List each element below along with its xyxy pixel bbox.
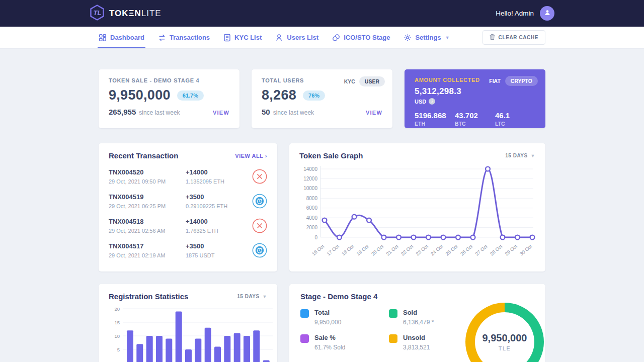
tab-kyc-list[interactable]: KYC List xyxy=(223,27,262,48)
tab-transactions[interactable]: Transactions xyxy=(158,27,210,48)
svg-text:10000: 10000 xyxy=(303,186,317,191)
tab-settings[interactable]: Settings ▼ xyxy=(404,27,449,48)
toggle-user[interactable]: USER xyxy=(359,76,385,86)
total-users-percent-badge: 76% xyxy=(303,90,325,101)
total-users-card: TOTAL USERS KYC USER 8,268 76% 50since l… xyxy=(252,69,392,128)
token-sale-card: TOKEN SALE - DEMO STAGE 4 9,950,000 61.7… xyxy=(99,69,239,128)
svg-text:12000: 12000 xyxy=(303,176,317,182)
stage-legend: Total9,950,000 Sold6,136,479 * Sale %61.… xyxy=(300,309,465,351)
toggle-kyc[interactable]: KYC xyxy=(344,78,355,84)
svg-text:22 Oct: 22 Oct xyxy=(400,243,415,257)
token-sale-graph-title: Token Sale Graph xyxy=(299,151,363,160)
legend-swatch-total xyxy=(300,309,309,318)
svg-text:26 Oct: 26 Oct xyxy=(459,243,474,257)
legend-swatch-sale-percent xyxy=(300,334,309,343)
svg-text:4000: 4000 xyxy=(306,215,318,221)
brand-hexagon-icon: TL xyxy=(90,5,105,23)
svg-text:24 Oct: 24 Oct xyxy=(430,243,444,257)
total-users-delta: 50 xyxy=(262,108,270,116)
svg-text:19 Oct: 19 Oct xyxy=(355,243,370,257)
token-sale-delta: 265,955 xyxy=(109,108,136,116)
svg-text:14000: 14000 xyxy=(303,166,317,172)
stage-card: Stage - Demo Stage 4 Total9,950,000 Sold… xyxy=(289,284,545,362)
legend-swatch-sold xyxy=(389,309,397,318)
svg-text:6000: 6000 xyxy=(306,205,318,211)
range-dropdown[interactable]: 15 DAYS▼ xyxy=(237,294,267,299)
svg-text:18 Oct: 18 Oct xyxy=(341,243,355,257)
coins-icon xyxy=(332,34,340,42)
cancel-status-icon[interactable] xyxy=(252,218,267,233)
legend-sold: Sold6,136,479 * xyxy=(389,309,465,326)
token-sale-chart: 0200040006000800010000120001400016 Oct17… xyxy=(299,163,535,265)
donut-center-unit: TLE xyxy=(499,345,511,351)
svg-text:20: 20 xyxy=(114,306,120,312)
amount-currency: USD xyxy=(415,99,426,105)
toggle-fiat[interactable]: FIAT xyxy=(489,78,501,84)
registration-chart: 0510152016 Oct17 Oct18 Oct19 Oct20 Oct21… xyxy=(109,304,267,362)
user-icon xyxy=(275,34,283,42)
svg-text:16 Oct: 16 Oct xyxy=(311,243,326,257)
crypto-btc: 43.702 BTC xyxy=(455,111,495,127)
range-dropdown[interactable]: 15 DAYS▼ xyxy=(505,153,535,158)
svg-text:20 Oct: 20 Oct xyxy=(370,243,385,257)
token-sale-delta-label: since last week xyxy=(139,109,180,116)
registration-statistics-title: Registration Statistics xyxy=(109,292,188,301)
tab-dashboard[interactable]: Dashboard xyxy=(99,27,144,48)
svg-text:0: 0 xyxy=(314,235,317,240)
greeting-text: Hello! Admin xyxy=(496,10,534,17)
amount-collected-value: 5,312,298.3 xyxy=(415,86,535,97)
chevron-down-icon: ▼ xyxy=(445,35,450,40)
gear-icon xyxy=(404,34,412,42)
token-sale-percent-badge: 61.7% xyxy=(177,90,204,101)
total-users-value: 8,268 xyxy=(262,87,296,103)
svg-text:10: 10 xyxy=(114,333,120,339)
pending-status-icon[interactable] xyxy=(252,194,267,209)
grid-icon xyxy=(99,34,107,42)
token-sale-view-link[interactable]: VIEW xyxy=(213,110,229,116)
chevron-right-icon: › xyxy=(265,153,267,159)
view-all-link[interactable]: VIEW ALL › xyxy=(235,153,267,159)
registration-statistics-card: Registration Statistics 15 DAYS▼ 0510152… xyxy=(99,284,277,362)
user-avatar[interactable] xyxy=(540,6,554,21)
svg-text:27 Oct: 27 Oct xyxy=(474,243,489,257)
svg-text:15: 15 xyxy=(114,320,120,325)
total-users-delta-label: since last week xyxy=(273,109,314,116)
crypto-ltc: 46.1 LTC xyxy=(495,111,535,127)
crypto-eth: 5196.868 ETH xyxy=(415,111,455,127)
transaction-row: TNX00451829 Oct, 2021 02:56 AM +140001.7… xyxy=(109,218,267,234)
document-list-icon xyxy=(223,34,231,42)
svg-text:25 Oct: 25 Oct xyxy=(444,243,459,257)
swap-arrows-icon xyxy=(158,34,166,42)
pending-status-icon[interactable] xyxy=(252,243,267,258)
donut-center-value: 9,950,000 xyxy=(482,332,527,344)
transaction-row: TNX00452029 Oct, 2021 09:50 PM +140001.1… xyxy=(109,168,267,185)
legend-sale-percent: Sale %61.7% Sold xyxy=(300,334,377,351)
svg-text:28 Oct: 28 Oct xyxy=(489,243,504,257)
trash-icon xyxy=(490,34,495,41)
svg-text:TL: TL xyxy=(94,9,102,17)
tab-ico-sto-stage[interactable]: ICO/STO Stage xyxy=(332,27,390,48)
legend-unsold: Unsold3,813,521 xyxy=(389,334,465,351)
svg-text:0: 0 xyxy=(117,360,120,362)
total-users-view-link[interactable]: VIEW xyxy=(366,110,382,116)
brand-logo[interactable]: TL TOKΞNLITE xyxy=(90,5,162,23)
transaction-row: TNX00451729 Oct, 2021 02:19 AM +35001875… xyxy=(109,242,267,258)
transaction-row: TNX00451929 Oct, 2021 06:25 PM +35000.29… xyxy=(109,193,267,209)
chevron-down-icon: ▼ xyxy=(263,294,267,299)
stage-donut-chart: 9,950,000 TLE xyxy=(465,303,544,362)
recent-transactions-card: Recent Transaction VIEW ALL › TNX0045202… xyxy=(99,143,277,272)
svg-text:23 Oct: 23 Oct xyxy=(415,243,429,257)
svg-text:17 Oct: 17 Oct xyxy=(326,243,340,257)
chevron-down-icon: ▼ xyxy=(531,153,535,158)
cancel-status-icon[interactable] xyxy=(252,169,267,184)
main-nav: Dashboard Transactions KYC List Users Li… xyxy=(0,27,644,49)
clear-cache-button[interactable]: CLEAR CACHE xyxy=(482,30,545,45)
tab-users-list[interactable]: Users List xyxy=(275,27,318,48)
svg-text:30 Oct: 30 Oct xyxy=(519,243,533,257)
person-icon xyxy=(543,9,551,19)
legend-total: Total9,950,000 xyxy=(300,309,377,326)
info-icon[interactable]: i xyxy=(429,98,435,105)
svg-text:2000: 2000 xyxy=(306,225,318,230)
toggle-crypto[interactable]: CRYPTO xyxy=(505,76,538,86)
svg-text:29 Oct: 29 Oct xyxy=(504,243,518,257)
